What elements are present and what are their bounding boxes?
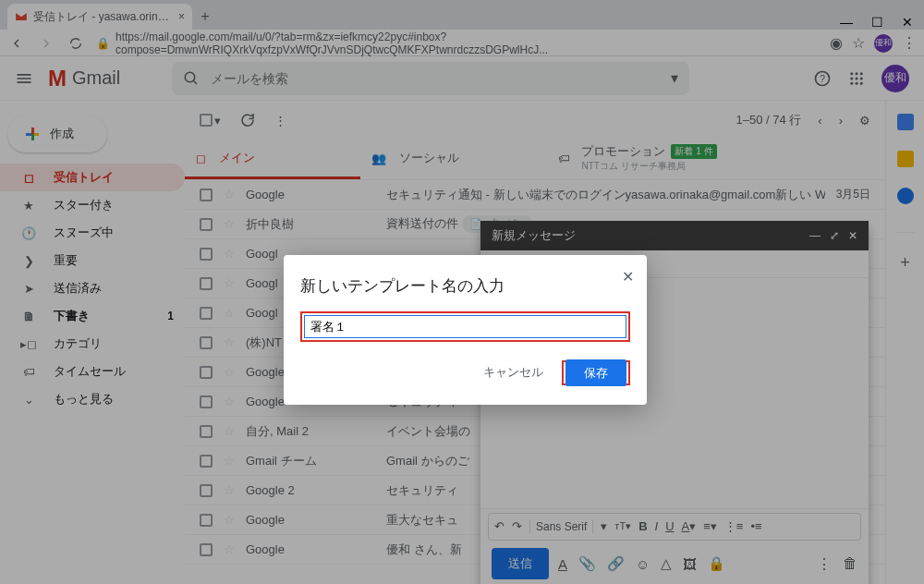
dialog-close-icon[interactable]: ✕ — [622, 268, 634, 286]
template-name-dialog: ✕ 新しいテンプレート名の入力 キャンセル 保存 — [284, 255, 647, 405]
cancel-button[interactable]: キャンセル — [474, 357, 553, 388]
template-name-input[interactable] — [304, 315, 626, 338]
save-button[interactable]: 保存 — [565, 359, 626, 386]
dialog-title: 新しいテンプレート名の入力 — [300, 275, 630, 297]
